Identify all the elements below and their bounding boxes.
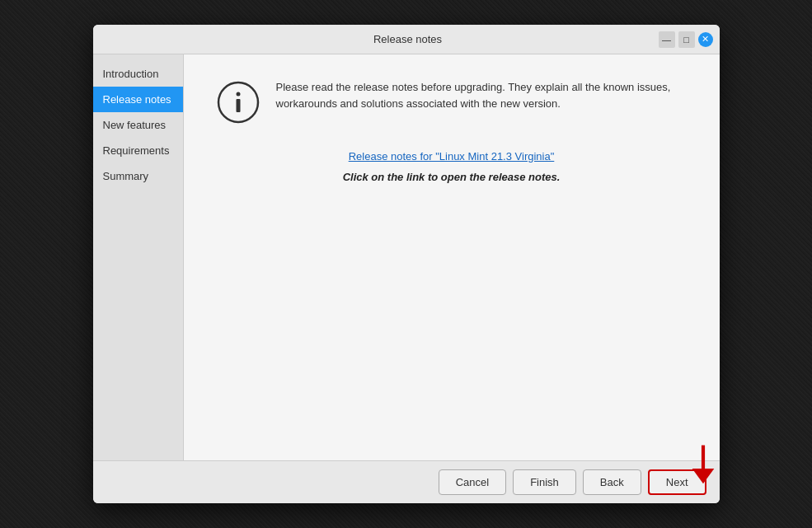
svg-point-1 xyxy=(236,92,240,97)
minimize-button[interactable]: — xyxy=(659,31,675,48)
dialog-window: Release notes — □ ✕ Introduction Release… xyxy=(93,25,720,503)
back-button[interactable]: Back xyxy=(583,469,641,495)
window-title: Release notes xyxy=(157,33,659,45)
dialog-body: Introduction Release notes New features … xyxy=(93,54,720,460)
dialog-footer: Cancel Finish Back Next xyxy=(93,460,720,503)
sidebar-item-release-notes[interactable]: Release notes xyxy=(93,87,183,112)
maximize-button[interactable]: □ xyxy=(678,31,695,48)
cancel-button[interactable]: Cancel xyxy=(439,469,506,495)
instruction-text: Click on the link to open the release no… xyxy=(217,171,687,183)
description-text: Please read the release notes before upg… xyxy=(276,79,687,111)
finish-button[interactable]: Finish xyxy=(513,469,576,495)
window-controls: — □ ✕ xyxy=(659,31,713,48)
title-bar: Release notes — □ ✕ xyxy=(93,25,720,54)
sidebar-item-requirements[interactable]: Requirements xyxy=(93,138,183,163)
sidebar-item-new-features[interactable]: New features xyxy=(93,112,183,138)
content-center: Release notes for "Linux Mint 21.3 Virgi… xyxy=(217,150,687,183)
info-icon xyxy=(217,81,260,124)
main-content: Please read the release notes before upg… xyxy=(184,54,720,460)
svg-rect-2 xyxy=(236,99,240,112)
release-notes-link[interactable]: Release notes for "Linux Mint 21.3 Virgi… xyxy=(217,150,687,163)
sidebar-item-summary[interactable]: Summary xyxy=(93,163,183,189)
sidebar-item-introduction[interactable]: Introduction xyxy=(93,61,183,87)
close-button[interactable]: ✕ xyxy=(698,32,713,47)
sidebar: Introduction Release notes New features … xyxy=(93,54,184,460)
info-section: Please read the release notes before upg… xyxy=(217,79,687,124)
next-button[interactable]: Next xyxy=(648,469,706,495)
